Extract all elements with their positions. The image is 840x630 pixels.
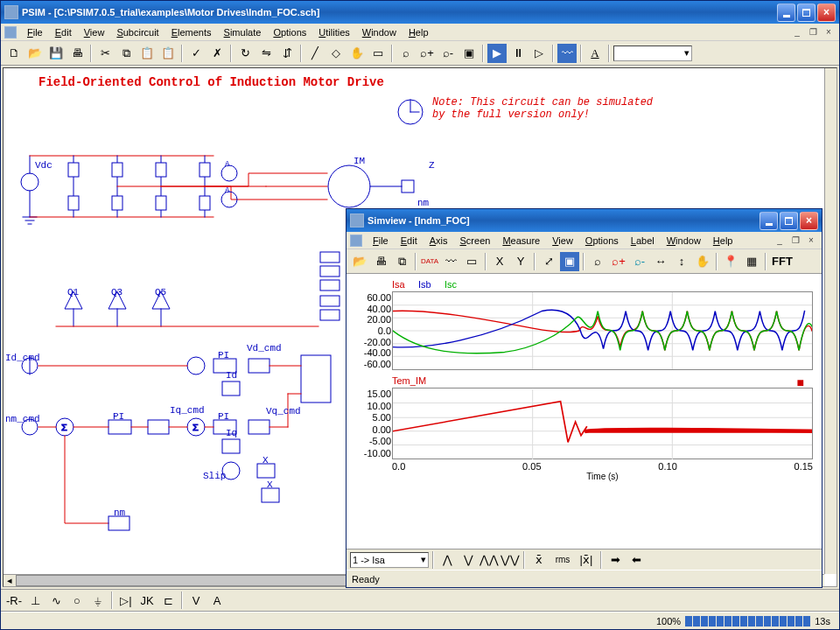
menu-file[interactable]: File	[22, 25, 48, 39]
sv-menu-axis[interactable]: Axis	[424, 234, 453, 248]
sv-autoscale-icon[interactable]: ▣	[560, 252, 579, 271]
sv-copy-icon[interactable]: ⧉	[392, 252, 411, 271]
menu-simulate[interactable]: Simulate	[219, 25, 267, 39]
sv-absavg-button[interactable]: |x̄|	[576, 550, 597, 570]
menu-window[interactable]: Window	[357, 25, 402, 39]
menu-view[interactable]: View	[79, 25, 110, 39]
paste-icon[interactable]: 📋	[137, 44, 157, 63]
part-mosfet-icon[interactable]: ⊏	[158, 591, 178, 610]
sv-menu-file[interactable]: File	[368, 234, 394, 248]
print-icon[interactable]: 🖶	[67, 44, 87, 63]
menu-help[interactable]: Help	[403, 25, 434, 39]
mdi-minimize-button[interactable]: _	[790, 26, 804, 38]
sv-menu-measure[interactable]: Measure	[497, 234, 545, 248]
sv-next-trough-icon[interactable]: ⋁⋁	[500, 550, 520, 570]
part-probe-i-icon[interactable]: A	[207, 591, 227, 610]
sv-zoom-icon[interactable]: ⌕	[588, 252, 607, 271]
sv-addplot-icon[interactable]: ▭	[462, 252, 481, 271]
label-icon[interactable]: ◇	[326, 44, 346, 63]
copy-icon[interactable]: ⧉	[116, 44, 136, 63]
sv-menu-label[interactable]: Label	[626, 234, 660, 248]
part-diode-icon[interactable]: ▷|	[116, 591, 136, 610]
sv-grid-icon[interactable]: ▦	[742, 252, 761, 271]
sv-pan-icon[interactable]: ✋	[693, 252, 712, 271]
sv-next-icon[interactable]: ➡	[606, 550, 625, 570]
mdi-close-button[interactable]: ×	[822, 26, 836, 38]
pan-icon[interactable]: ✋	[347, 44, 367, 63]
rotate-icon[interactable]: ↻	[235, 44, 255, 63]
menu-edit[interactable]: Edit	[50, 25, 77, 39]
zoom-area-icon[interactable]: ▣	[459, 44, 479, 63]
run-sim-icon[interactable]: ▶	[487, 44, 507, 63]
sv-mdi-restore-button[interactable]: ❐	[788, 234, 802, 247]
sv-fft-button[interactable]: FFT	[770, 252, 794, 271]
zoom-out-icon[interactable]: ⌕-	[438, 44, 458, 63]
sv-menu-options[interactable]: Options	[580, 234, 624, 248]
sv-menu-view[interactable]: View	[547, 234, 578, 248]
sv-menu-window[interactable]: Window	[662, 234, 706, 248]
sv-data-icon[interactable]: DATA	[420, 252, 439, 271]
sv-mdi-minimize-button[interactable]: _	[773, 234, 787, 247]
menu-subcircuit[interactable]: Subcircuit	[111, 25, 164, 39]
part-switch-icon[interactable]: JK	[137, 591, 157, 610]
sv-minimize-button[interactable]	[760, 212, 778, 230]
zoom-combo[interactable]: ▾	[613, 46, 692, 61]
check-icon[interactable]: ✓	[186, 44, 206, 63]
part-resistor-icon[interactable]: -R-	[4, 591, 24, 610]
flip-h-icon[interactable]: ⇋	[256, 44, 276, 63]
flip-v-icon[interactable]: ⇵	[277, 44, 297, 63]
sv-zoom-y-icon[interactable]: ↕	[672, 252, 691, 271]
psim-minimize-button[interactable]	[777, 4, 795, 22]
menu-options[interactable]: Options	[268, 25, 312, 39]
save-icon[interactable]: 💾	[46, 44, 66, 63]
clipboard-icon[interactable]: 📋	[158, 44, 178, 63]
zoom-fit-icon[interactable]: ⌕	[396, 44, 416, 63]
psim-maximize-button[interactable]	[797, 4, 816, 22]
sv-menu-help[interactable]: Help	[708, 234, 738, 248]
wire-icon[interactable]: ╱	[305, 44, 325, 63]
sv-maximize-button[interactable]	[780, 212, 798, 230]
simview-icon[interactable]: 〰	[557, 44, 577, 63]
chart2-axes[interactable]: 15.0010.005.000.00-5.00-10.00	[392, 388, 813, 459]
cut-icon[interactable]: ✂	[95, 44, 115, 63]
zoom-in-icon[interactable]: ⌕+	[417, 44, 437, 63]
sv-next-peak-icon[interactable]: ⋀⋀	[480, 550, 499, 570]
sv-yaxis-button[interactable]: Y	[511, 252, 530, 271]
sv-marker-icon[interactable]: 📍	[721, 252, 740, 271]
sv-menu-screen[interactable]: Screen	[455, 234, 496, 248]
sv-cursor-icon[interactable]: ⤢	[539, 252, 558, 271]
sv-prev-icon[interactable]: ⬅	[626, 550, 646, 570]
sv-print-icon[interactable]: 🖶	[371, 252, 390, 271]
sv-peak-icon[interactable]: ⋀	[438, 550, 457, 570]
menu-utilities[interactable]: Utilities	[313, 25, 354, 39]
new-file-icon[interactable]: 🗋	[4, 44, 24, 63]
sv-mdi-close-button[interactable]: ×	[804, 234, 818, 247]
sv-redraw-icon[interactable]: 〰	[441, 252, 460, 271]
part-capacitor-icon[interactable]: ⊥	[25, 591, 45, 610]
part-source-icon[interactable]: ○	[67, 591, 87, 610]
menu-elements[interactable]: Elements	[166, 25, 217, 39]
select-icon[interactable]: ▭	[368, 44, 388, 63]
simview-titlebar[interactable]: Simview - [Indm_FOC] ×	[346, 209, 822, 232]
sv-avg-button[interactable]: x̄	[528, 550, 550, 570]
v-scrollbar[interactable]	[824, 68, 836, 574]
step-sim-icon[interactable]: ▷	[529, 44, 549, 63]
sv-close-button[interactable]: ×	[800, 212, 818, 230]
cross-icon[interactable]: ✗	[207, 44, 227, 63]
sv-trough-icon[interactable]: ⋁	[458, 550, 478, 570]
psim-titlebar[interactable]: PSIM - [C:\PSIM7.0.5_trial\examples\Moto…	[1, 1, 839, 24]
sv-zoom-x-icon[interactable]: ↔	[651, 252, 670, 271]
psim-close-button[interactable]: ×	[817, 4, 836, 22]
sv-xaxis-button[interactable]: X	[490, 252, 509, 271]
simview-window[interactable]: Simview - [Indm_FOC] × File Edit Axis Sc…	[346, 208, 822, 588]
sv-open-icon[interactable]: 📂	[350, 252, 369, 271]
sv-zoom-in-icon[interactable]: ⌕+	[609, 252, 628, 271]
part-probe-v-icon[interactable]: V	[186, 591, 206, 610]
mdi-restore-button[interactable]: ❐	[806, 26, 820, 38]
open-file-icon[interactable]: 📂	[25, 44, 45, 63]
sv-trace-combo[interactable]: 1 -> Isa▾	[350, 552, 429, 568]
part-ground-icon[interactable]: ⏚	[88, 591, 108, 610]
part-inductor-icon[interactable]: ∿	[46, 591, 66, 610]
pause-sim-icon[interactable]: ⏸	[508, 44, 528, 63]
sv-menu-edit[interactable]: Edit	[396, 234, 423, 248]
